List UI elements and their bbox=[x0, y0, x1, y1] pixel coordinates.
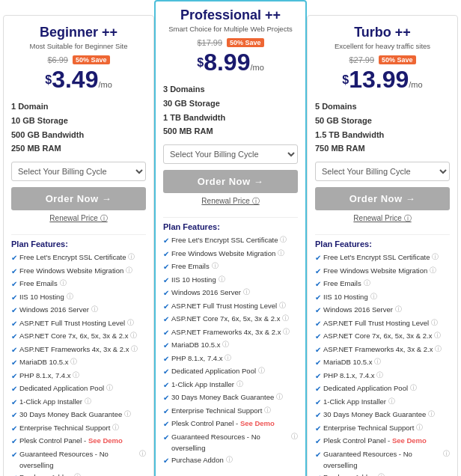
info-icon[interactable]: ⓘ bbox=[112, 422, 119, 433]
info-icon[interactable]: ⓘ bbox=[378, 472, 385, 476]
save-badge-beginner: 50% Save bbox=[73, 55, 110, 64]
plan-subtitle-beginner: Most Suitable for Beginner Site bbox=[11, 42, 146, 51]
plan-feature-text: Purchase Addon bbox=[323, 472, 376, 476]
info-icon[interactable]: ⓘ bbox=[282, 313, 289, 324]
renewal-link-beginner[interactable]: Renewal Price ⓘ bbox=[11, 213, 146, 224]
plan-feature-item: ✔ PHP 8.1.x, 7.4.x ⓘ bbox=[11, 370, 146, 383]
plan-feature-text: Free Windows Website Migration bbox=[171, 248, 275, 260]
info-icon[interactable]: ⓘ bbox=[395, 304, 402, 315]
order-btn-professional[interactable]: Order Now → bbox=[163, 170, 298, 193]
plan-feature-item: ✔ Enterprise Technical Support ⓘ bbox=[163, 405, 298, 418]
info-icon[interactable]: ⓘ bbox=[131, 344, 138, 355]
billing-select-turbo[interactable]: Select Your Billing Cycle Monthly Quarte… bbox=[315, 162, 450, 181]
info-icon[interactable]: ⓘ bbox=[283, 326, 290, 338]
info-icon[interactable]: ⓘ bbox=[222, 339, 229, 350]
info-icon[interactable]: ⓘ bbox=[130, 330, 137, 341]
info-icon[interactable]: ⓘ bbox=[219, 274, 225, 285]
info-icon[interactable]: ⓘ bbox=[74, 472, 81, 476]
info-icon[interactable]: ⓘ bbox=[435, 344, 442, 355]
info-icon[interactable]: ⓘ bbox=[430, 265, 436, 276]
info-icon[interactable]: ⓘ bbox=[364, 278, 370, 289]
plan-feature-item: ✔ Plesk Control Panel - See Demo bbox=[163, 418, 298, 431]
feature-item: 1 TB Bandwidth bbox=[163, 111, 298, 125]
check-icon: ✔ bbox=[11, 292, 17, 305]
info-icon[interactable]: ⓘ bbox=[225, 353, 231, 364]
price-row-turbo: $27.99 50% Save bbox=[315, 55, 450, 64]
info-icon[interactable]: ⓘ bbox=[280, 234, 287, 245]
billing-select-professional[interactable]: Select Your Billing Cycle Monthly Quarte… bbox=[163, 144, 298, 164]
check-icon: ✔ bbox=[315, 423, 321, 436]
info-icon[interactable]: ⓘ bbox=[243, 287, 250, 298]
info-icon[interactable]: ⓘ bbox=[126, 265, 132, 276]
plan-feature-item: ✔ 30 Days Money Back Guarantee ⓘ bbox=[163, 391, 298, 405]
order-btn-beginner[interactable]: Order Now → bbox=[11, 187, 146, 210]
check-icon: ✔ bbox=[11, 383, 17, 396]
info-icon[interactable]: ⓘ bbox=[226, 454, 233, 466]
plan-feature-item: ✔ MariaDB 10.5.x ⓘ bbox=[315, 356, 450, 370]
check-icon: ✔ bbox=[315, 472, 321, 476]
feature-item: 1 Domain bbox=[11, 100, 146, 114]
check-icon: ✔ bbox=[163, 275, 169, 287]
info-icon[interactable]: ⓘ bbox=[278, 248, 284, 259]
info-icon[interactable]: ⓘ bbox=[70, 356, 77, 367]
info-icon[interactable]: ⓘ bbox=[434, 330, 441, 341]
info-icon[interactable]: ⓘ bbox=[428, 409, 435, 420]
info-icon[interactable]: ⓘ bbox=[388, 396, 395, 407]
info-icon[interactable]: ⓘ bbox=[291, 431, 298, 442]
plan-feature-item: ✔ IIS 10 Hosting ⓘ bbox=[315, 291, 450, 305]
info-icon[interactable]: ⓘ bbox=[85, 396, 91, 407]
plan-feature-text: Free Emails bbox=[171, 260, 210, 272]
price-period-turbo: /mo bbox=[409, 80, 422, 89]
info-icon[interactable]: ⓘ bbox=[67, 291, 73, 302]
check-icon: ✔ bbox=[315, 292, 321, 305]
info-icon[interactable]: ⓘ bbox=[128, 251, 135, 263]
info-icon[interactable]: ⓘ bbox=[416, 422, 423, 433]
info-icon[interactable]: ⓘ bbox=[124, 409, 131, 420]
plan-feature-text: PHP 8.1.x, 7.4.x bbox=[323, 370, 374, 382]
info-icon[interactable]: ⓘ bbox=[431, 317, 438, 329]
plan-feature-item: ✔ Dedicated Application Pool ⓘ bbox=[11, 382, 146, 396]
check-icon: ✔ bbox=[11, 331, 17, 344]
check-icon: ✔ bbox=[163, 353, 169, 366]
plan-feature-text: Plesk Control Panel - See Demo bbox=[19, 435, 123, 447]
plan-feature-item: ✔ Purchase Addon ⓘ bbox=[11, 472, 146, 476]
demo-link[interactable]: See Demo bbox=[392, 436, 427, 445]
info-icon[interactable]: ⓘ bbox=[91, 304, 98, 315]
billing-select-beginner[interactable]: Select Your Billing Cycle Monthly Quarte… bbox=[11, 162, 146, 181]
info-icon[interactable]: ⓘ bbox=[139, 448, 146, 460]
plan-feature-item: ✔ 1-Click App Installer ⓘ bbox=[11, 396, 146, 409]
check-icon: ✔ bbox=[163, 235, 169, 248]
plan-feature-item: ✔ 30 Days Money Back Guarantee ⓘ bbox=[11, 409, 146, 422]
info-icon[interactable]: ⓘ bbox=[236, 379, 243, 390]
plan-feature-text: ASP.NET Frameworks 4x, 3x & 2.x bbox=[171, 326, 281, 338]
feature-item: 30 GB Storage bbox=[163, 97, 298, 111]
info-icon[interactable]: ⓘ bbox=[264, 405, 271, 416]
info-icon[interactable]: ⓘ bbox=[370, 291, 377, 302]
plan-feature-item: ✔ Purchase Addon ⓘ bbox=[315, 472, 450, 476]
demo-link[interactable]: See Demo bbox=[88, 436, 123, 445]
info-icon[interactable]: ⓘ bbox=[60, 278, 67, 289]
info-icon[interactable]: ⓘ bbox=[106, 382, 113, 394]
info-icon[interactable]: ⓘ bbox=[374, 356, 381, 367]
plan-feature-text: PHP 8.1.x, 7.4.x bbox=[171, 353, 222, 364]
info-icon[interactable]: ⓘ bbox=[410, 382, 417, 394]
order-btn-turbo[interactable]: Order Now → bbox=[315, 187, 450, 210]
check-icon: ✔ bbox=[315, 397, 321, 409]
check-icon: ✔ bbox=[315, 252, 321, 265]
demo-link[interactable]: See Demo bbox=[240, 419, 275, 427]
info-icon[interactable]: ⓘ bbox=[432, 251, 439, 263]
info-icon[interactable]: ⓘ bbox=[258, 365, 265, 376]
info-icon[interactable]: ⓘ bbox=[376, 370, 383, 381]
info-icon[interactable]: ⓘ bbox=[73, 370, 79, 381]
check-icon: ✔ bbox=[163, 432, 169, 445]
renewal-link-turbo[interactable]: Renewal Price ⓘ bbox=[315, 213, 450, 224]
plan-feature-text: MariaDB 10.5.x bbox=[19, 356, 68, 368]
info-icon[interactable]: ⓘ bbox=[279, 300, 286, 311]
renewal-link-professional[interactable]: Renewal Price ⓘ bbox=[163, 196, 298, 207]
info-icon[interactable]: ⓘ bbox=[443, 448, 450, 460]
plan-feature-text: IIS 10 Hosting bbox=[323, 291, 368, 303]
info-icon[interactable]: ⓘ bbox=[276, 391, 283, 403]
check-icon: ✔ bbox=[11, 423, 17, 436]
info-icon[interactable]: ⓘ bbox=[127, 317, 134, 329]
info-icon[interactable]: ⓘ bbox=[212, 260, 219, 272]
